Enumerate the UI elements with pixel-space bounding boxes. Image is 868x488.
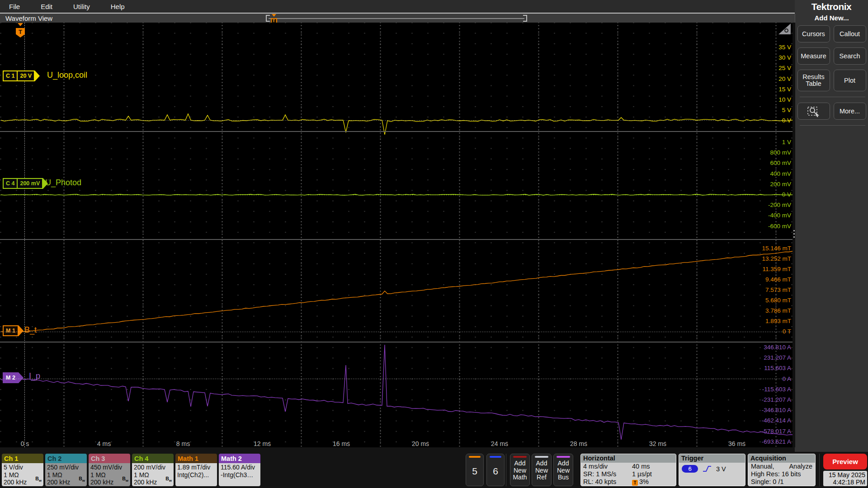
math2-scale-tick: 115.603 A	[741, 365, 791, 372]
channel-badge-ch1[interactable]: C 1 20 V	[3, 70, 40, 81]
search-button[interactable]: Search	[834, 47, 866, 65]
zoom-corner-icon[interactable]	[778, 23, 791, 34]
more-button[interactable]: More...	[834, 103, 866, 120]
area-zoom-button[interactable]	[797, 103, 830, 120]
rising-edge-icon	[702, 465, 712, 472]
badge-header-math-1: Math 1	[175, 454, 217, 463]
callout-button[interactable]: Callout	[834, 25, 866, 42]
bandwidth-limit-icon: Bw	[122, 475, 128, 485]
menu-item-help[interactable]: Help	[111, 3, 125, 10]
scale-button-5[interactable]: 5	[466, 454, 484, 486]
ch1-trace-label[interactable]: U_loop,coil	[47, 70, 87, 80]
time-axis-tick: 24 ms	[491, 440, 508, 447]
badge-header-math-2: Math 2	[219, 454, 260, 463]
math1-trace-label[interactable]: B_t	[24, 325, 37, 335]
tektronix-logo: Tektronix	[795, 0, 868, 12]
horizontal-panel[interactable]: Horizontal 4 ms/div40 ms SR: 1 MS/s1 µs/…	[580, 454, 676, 486]
badge-ch-3[interactable]: Ch 3450 mV/div1 MΩ200 kHzBw	[89, 454, 130, 486]
scale-button-label: 5	[466, 466, 483, 477]
ch1-scale-tick: 0 V	[741, 117, 791, 124]
badge-body-math-1: 1.89 mT/divIntg(Ch2)...	[175, 463, 217, 486]
math2-scale-tick: -462.414 A	[741, 417, 791, 424]
math2-trace-label[interactable]: I_p	[29, 371, 40, 381]
badge-header-ch-4: Ch 4	[132, 454, 174, 463]
time-axis-tick: 4 ms	[97, 440, 111, 447]
panel-splitter[interactable]	[793, 23, 795, 447]
menu-item-utility[interactable]: Utility	[73, 3, 90, 10]
badge-math-1[interactable]: Math 11.89 mT/divIntg(Ch2)...	[175, 454, 217, 486]
badge-ch-4[interactable]: Ch 4200 mV/div1 MΩ200 kHzBw	[132, 454, 174, 486]
slice-separator	[0, 239, 793, 240]
ch4-trace-label[interactable]: U_Photod	[45, 178, 81, 188]
badge-row: 450 mV/div	[90, 464, 128, 471]
ch4-scale-tick: 600 mV	[741, 160, 791, 167]
menu-bar: FileEditUtilityHelp	[0, 0, 795, 13]
horizontal-position-minimap[interactable]: T	[266, 15, 527, 22]
math2-badge[interactable]: M 2	[3, 372, 24, 383]
cursors-button[interactable]: Cursors	[797, 25, 830, 42]
trace-b-t	[1, 251, 793, 332]
preview-button[interactable]: Preview	[823, 454, 867, 469]
zero-reference-line	[0, 120, 791, 121]
badge-row: 115.60 A/div	[221, 464, 259, 471]
trigger-panel[interactable]: Trigger 6 3 V	[679, 454, 745, 486]
badge-ch-2[interactable]: Ch 2250 mV/div1 MΩ200 kHzBw	[45, 454, 87, 486]
channel-badge-ch4[interactable]: C 4 200 mV	[3, 178, 48, 189]
slice-separator	[0, 131, 793, 132]
menu-item-file[interactable]: File	[9, 3, 20, 10]
add-new-math-label: AddNewMath	[510, 460, 529, 481]
settings-bar: Horizontal 4 ms/div40 ms SR: 1 MS/s1 µs/…	[0, 452, 868, 488]
badge-math-2[interactable]: Math 2115.60 A/div-Intg(Ch3…	[219, 454, 260, 486]
minimap-right-bracket	[523, 15, 527, 22]
add-new-bus-stripe	[557, 456, 570, 458]
badge-header-ch-2: Ch 2	[45, 454, 87, 463]
zero-reference-line	[0, 379, 791, 379]
ch1-scale-tick: 25 V	[741, 65, 791, 72]
time-axis-tick: 28 ms	[570, 440, 587, 447]
ch4-scale-tick: 400 mV	[741, 170, 791, 178]
math1-badge[interactable]: M 1	[3, 325, 24, 336]
ch4-scale-tick: -400 mV	[741, 212, 791, 219]
measure-button[interactable]: Measure	[797, 47, 830, 65]
ch1-scale-tick: 30 V	[741, 54, 791, 61]
time-axis-tick: 16 ms	[333, 440, 350, 447]
add-new-math-button[interactable]: AddNewMath	[510, 454, 530, 486]
math2-scale-tick: 346.810 A	[741, 344, 791, 351]
bandwidth-limit-icon: Bw	[165, 475, 172, 485]
plot-button[interactable]: Plot	[834, 70, 866, 91]
scale-button-6[interactable]: 6	[486, 454, 505, 486]
add-new-math-stripe	[513, 456, 527, 458]
badge-ch-1[interactable]: Ch 15 V/div1 MΩ200 kHzBw	[2, 454, 43, 486]
trigger-level-value: 3 V	[716, 465, 726, 473]
ch1-scale-tick: 35 V	[741, 44, 791, 51]
time-value: 4:42:18 PM	[825, 479, 865, 486]
ch4-scale-tick: 0 V	[741, 191, 791, 198]
acquisition-panel[interactable]: Acquisition Manual,Analyze High Res: 16 …	[748, 454, 816, 486]
scale-button-label: 6	[487, 466, 504, 477]
waveform-view-title: Waveform View	[5, 14, 52, 22]
ch1-scale-tick: 15 V	[741, 86, 791, 93]
trace-i-p	[1, 345, 793, 440]
add-new-bus-button[interactable]: AddNewBus	[553, 454, 573, 486]
math2-scale-tick: 0 A	[741, 375, 791, 383]
ch1-badge-scale: 20 V	[17, 71, 34, 80]
trigger-level-flag[interactable]: T	[15, 23, 26, 38]
time-axis-tick: 32 ms	[649, 440, 666, 447]
splitter-handle-icon	[793, 228, 795, 238]
waveform-graticule[interactable]: T C 1 20 V U_loop,coil C 4 200 mV U_Phot…	[0, 23, 793, 447]
waveform-traces	[0, 23, 793, 447]
trigger-source-pill: 6	[682, 465, 698, 473]
math1-scale-tick: 9.466 mT	[741, 276, 791, 283]
badge-row: 250 mV/div	[47, 464, 85, 471]
badge-body-math-2: 115.60 A/div-Intg(Ch3…	[219, 463, 260, 486]
slice-separator	[0, 342, 793, 343]
ch4-scale-tick: 1 V	[741, 139, 791, 146]
results-table-button[interactable]: Results Table	[797, 70, 830, 91]
badge-row: 5 V/div	[4, 464, 42, 471]
divider	[506, 454, 506, 486]
math2-scale-tick: -578.017 A	[741, 428, 791, 435]
math1-scale-tick: 0 T	[741, 328, 791, 335]
menu-item-edit[interactable]: Edit	[41, 3, 52, 10]
ch1-scale-tick: 5 V	[741, 107, 791, 114]
add-new-ref-button[interactable]: AddNewRef	[532, 454, 552, 486]
